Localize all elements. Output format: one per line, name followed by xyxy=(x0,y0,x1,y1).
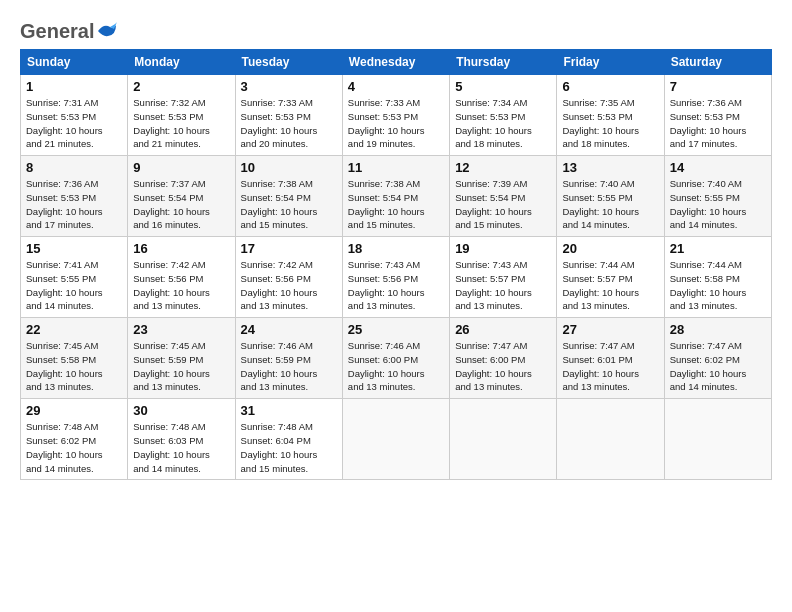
day-info: Sunrise: 7:42 AM Sunset: 5:56 PM Dayligh… xyxy=(241,258,337,313)
weekday-tuesday: Tuesday xyxy=(235,50,342,75)
calendar-header: SundayMondayTuesdayWednesdayThursdayFrid… xyxy=(21,50,772,75)
logo-bird-icon xyxy=(96,21,118,41)
day-info: Sunrise: 7:48 AM Sunset: 6:02 PM Dayligh… xyxy=(26,420,122,475)
day-number: 29 xyxy=(26,403,122,418)
calendar: SundayMondayTuesdayWednesdayThursdayFrid… xyxy=(20,49,772,480)
day-info: Sunrise: 7:47 AM Sunset: 6:00 PM Dayligh… xyxy=(455,339,551,394)
day-info: Sunrise: 7:33 AM Sunset: 5:53 PM Dayligh… xyxy=(348,96,444,151)
day-info: Sunrise: 7:46 AM Sunset: 6:00 PM Dayligh… xyxy=(348,339,444,394)
calendar-cell: 7 Sunrise: 7:36 AM Sunset: 5:53 PM Dayli… xyxy=(664,75,771,156)
week-row-4: 29 Sunrise: 7:48 AM Sunset: 6:02 PM Dayl… xyxy=(21,399,772,480)
calendar-cell: 13 Sunrise: 7:40 AM Sunset: 5:55 PM Dayl… xyxy=(557,156,664,237)
day-info: Sunrise: 7:36 AM Sunset: 5:53 PM Dayligh… xyxy=(670,96,766,151)
day-number: 3 xyxy=(241,79,337,94)
calendar-cell xyxy=(342,399,449,480)
day-number: 19 xyxy=(455,241,551,256)
day-info: Sunrise: 7:40 AM Sunset: 5:55 PM Dayligh… xyxy=(562,177,658,232)
weekday-row: SundayMondayTuesdayWednesdayThursdayFrid… xyxy=(21,50,772,75)
calendar-cell: 20 Sunrise: 7:44 AM Sunset: 5:57 PM Dayl… xyxy=(557,237,664,318)
calendar-cell: 23 Sunrise: 7:45 AM Sunset: 5:59 PM Dayl… xyxy=(128,318,235,399)
day-info: Sunrise: 7:31 AM Sunset: 5:53 PM Dayligh… xyxy=(26,96,122,151)
week-row-3: 22 Sunrise: 7:45 AM Sunset: 5:58 PM Dayl… xyxy=(21,318,772,399)
day-number: 26 xyxy=(455,322,551,337)
day-number: 24 xyxy=(241,322,337,337)
calendar-cell xyxy=(557,399,664,480)
calendar-cell: 19 Sunrise: 7:43 AM Sunset: 5:57 PM Dayl… xyxy=(450,237,557,318)
logo-general: General xyxy=(20,20,94,43)
day-number: 2 xyxy=(133,79,229,94)
calendar-cell: 24 Sunrise: 7:46 AM Sunset: 5:59 PM Dayl… xyxy=(235,318,342,399)
calendar-cell: 2 Sunrise: 7:32 AM Sunset: 5:53 PM Dayli… xyxy=(128,75,235,156)
day-number: 25 xyxy=(348,322,444,337)
day-number: 1 xyxy=(26,79,122,94)
day-info: Sunrise: 7:47 AM Sunset: 6:02 PM Dayligh… xyxy=(670,339,766,394)
calendar-cell: 10 Sunrise: 7:38 AM Sunset: 5:54 PM Dayl… xyxy=(235,156,342,237)
weekday-monday: Monday xyxy=(128,50,235,75)
day-info: Sunrise: 7:43 AM Sunset: 5:56 PM Dayligh… xyxy=(348,258,444,313)
calendar-cell: 22 Sunrise: 7:45 AM Sunset: 5:58 PM Dayl… xyxy=(21,318,128,399)
day-info: Sunrise: 7:38 AM Sunset: 5:54 PM Dayligh… xyxy=(241,177,337,232)
day-number: 23 xyxy=(133,322,229,337)
day-number: 6 xyxy=(562,79,658,94)
day-info: Sunrise: 7:43 AM Sunset: 5:57 PM Dayligh… xyxy=(455,258,551,313)
day-info: Sunrise: 7:36 AM Sunset: 5:53 PM Dayligh… xyxy=(26,177,122,232)
day-number: 15 xyxy=(26,241,122,256)
day-info: Sunrise: 7:38 AM Sunset: 5:54 PM Dayligh… xyxy=(348,177,444,232)
calendar-cell: 8 Sunrise: 7:36 AM Sunset: 5:53 PM Dayli… xyxy=(21,156,128,237)
calendar-cell: 9 Sunrise: 7:37 AM Sunset: 5:54 PM Dayli… xyxy=(128,156,235,237)
weekday-friday: Friday xyxy=(557,50,664,75)
day-number: 31 xyxy=(241,403,337,418)
day-info: Sunrise: 7:42 AM Sunset: 5:56 PM Dayligh… xyxy=(133,258,229,313)
header: General xyxy=(20,16,772,39)
calendar-cell: 31 Sunrise: 7:48 AM Sunset: 6:04 PM Dayl… xyxy=(235,399,342,480)
day-number: 8 xyxy=(26,160,122,175)
day-number: 21 xyxy=(670,241,766,256)
day-number: 7 xyxy=(670,79,766,94)
day-info: Sunrise: 7:44 AM Sunset: 5:58 PM Dayligh… xyxy=(670,258,766,313)
calendar-cell: 28 Sunrise: 7:47 AM Sunset: 6:02 PM Dayl… xyxy=(664,318,771,399)
logo-line1: General xyxy=(20,20,118,43)
calendar-cell: 12 Sunrise: 7:39 AM Sunset: 5:54 PM Dayl… xyxy=(450,156,557,237)
weekday-saturday: Saturday xyxy=(664,50,771,75)
calendar-cell: 1 Sunrise: 7:31 AM Sunset: 5:53 PM Dayli… xyxy=(21,75,128,156)
calendar-cell: 18 Sunrise: 7:43 AM Sunset: 5:56 PM Dayl… xyxy=(342,237,449,318)
day-number: 4 xyxy=(348,79,444,94)
calendar-cell: 25 Sunrise: 7:46 AM Sunset: 6:00 PM Dayl… xyxy=(342,318,449,399)
day-number: 11 xyxy=(348,160,444,175)
day-number: 17 xyxy=(241,241,337,256)
day-info: Sunrise: 7:34 AM Sunset: 5:53 PM Dayligh… xyxy=(455,96,551,151)
day-info: Sunrise: 7:39 AM Sunset: 5:54 PM Dayligh… xyxy=(455,177,551,232)
day-number: 16 xyxy=(133,241,229,256)
day-info: Sunrise: 7:35 AM Sunset: 5:53 PM Dayligh… xyxy=(562,96,658,151)
weekday-wednesday: Wednesday xyxy=(342,50,449,75)
calendar-cell: 5 Sunrise: 7:34 AM Sunset: 5:53 PM Dayli… xyxy=(450,75,557,156)
day-info: Sunrise: 7:33 AM Sunset: 5:53 PM Dayligh… xyxy=(241,96,337,151)
day-number: 30 xyxy=(133,403,229,418)
week-row-1: 8 Sunrise: 7:36 AM Sunset: 5:53 PM Dayli… xyxy=(21,156,772,237)
day-info: Sunrise: 7:48 AM Sunset: 6:04 PM Dayligh… xyxy=(241,420,337,475)
calendar-cell: 6 Sunrise: 7:35 AM Sunset: 5:53 PM Dayli… xyxy=(557,75,664,156)
day-number: 13 xyxy=(562,160,658,175)
day-number: 9 xyxy=(133,160,229,175)
day-number: 18 xyxy=(348,241,444,256)
calendar-cell: 21 Sunrise: 7:44 AM Sunset: 5:58 PM Dayl… xyxy=(664,237,771,318)
calendar-cell: 27 Sunrise: 7:47 AM Sunset: 6:01 PM Dayl… xyxy=(557,318,664,399)
page: General SundayMondayTuesdayWednesdayThur… xyxy=(0,0,792,612)
day-number: 27 xyxy=(562,322,658,337)
day-info: Sunrise: 7:48 AM Sunset: 6:03 PM Dayligh… xyxy=(133,420,229,475)
day-info: Sunrise: 7:32 AM Sunset: 5:53 PM Dayligh… xyxy=(133,96,229,151)
day-info: Sunrise: 7:47 AM Sunset: 6:01 PM Dayligh… xyxy=(562,339,658,394)
calendar-cell: 30 Sunrise: 7:48 AM Sunset: 6:03 PM Dayl… xyxy=(128,399,235,480)
day-number: 12 xyxy=(455,160,551,175)
day-info: Sunrise: 7:45 AM Sunset: 5:59 PM Dayligh… xyxy=(133,339,229,394)
calendar-cell: 26 Sunrise: 7:47 AM Sunset: 6:00 PM Dayl… xyxy=(450,318,557,399)
calendar-cell: 11 Sunrise: 7:38 AM Sunset: 5:54 PM Dayl… xyxy=(342,156,449,237)
calendar-cell: 3 Sunrise: 7:33 AM Sunset: 5:53 PM Dayli… xyxy=(235,75,342,156)
calendar-cell: 17 Sunrise: 7:42 AM Sunset: 5:56 PM Dayl… xyxy=(235,237,342,318)
calendar-cell xyxy=(450,399,557,480)
calendar-body: 1 Sunrise: 7:31 AM Sunset: 5:53 PM Dayli… xyxy=(21,75,772,480)
week-row-0: 1 Sunrise: 7:31 AM Sunset: 5:53 PM Dayli… xyxy=(21,75,772,156)
calendar-cell: 29 Sunrise: 7:48 AM Sunset: 6:02 PM Dayl… xyxy=(21,399,128,480)
calendar-cell: 14 Sunrise: 7:40 AM Sunset: 5:55 PM Dayl… xyxy=(664,156,771,237)
day-number: 28 xyxy=(670,322,766,337)
